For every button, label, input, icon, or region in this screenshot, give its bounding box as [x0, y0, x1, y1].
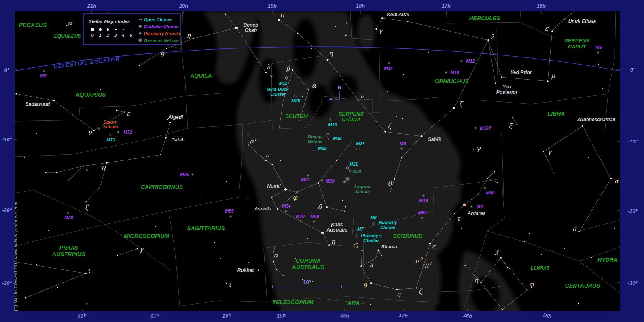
open-cluster-dot	[314, 151, 314, 152]
star	[501, 76, 502, 78]
star	[350, 186, 350, 187]
greek-letter-label: ι	[85, 165, 88, 173]
open-cluster-dot	[296, 95, 297, 96]
star	[582, 125, 583, 127]
star	[588, 157, 589, 158]
greek-letter-label: χ	[494, 247, 500, 255]
figure-line	[117, 249, 137, 255]
star	[497, 182, 498, 183]
constellation-label: HERCULES	[469, 15, 500, 21]
magnitude-number: 2	[104, 33, 112, 38]
greek-letter-label: ζ	[459, 100, 464, 108]
messier-label-M55: M55	[225, 208, 234, 213]
star	[66, 25, 68, 26]
star	[461, 228, 462, 229]
ra-label-bottom: 22h	[77, 311, 87, 320]
messier-label-M26: M26	[291, 98, 300, 103]
figure-line	[422, 40, 488, 136]
open-cluster-dot	[294, 97, 295, 97]
star	[53, 100, 55, 101]
star	[68, 181, 68, 181]
legend-item-open: Open Cluster	[137, 16, 180, 23]
greek-letter-label: α	[312, 82, 317, 89]
star	[345, 206, 346, 208]
star	[271, 197, 272, 198]
star	[524, 241, 525, 242]
messier-label-M19: M19	[419, 198, 428, 203]
star	[160, 154, 161, 155]
dark-rift	[459, 220, 475, 240]
star	[248, 197, 248, 198]
dso-note-label: Omega	[307, 134, 322, 139]
star	[123, 111, 125, 113]
star-name-label: Unuk Elhaia	[568, 19, 596, 24]
boundary-line	[181, 11, 183, 49]
greek-letter-label: ι	[229, 281, 231, 288]
boundary-line	[605, 94, 608, 133]
messier-label-M30: M30	[64, 215, 73, 220]
star	[495, 83, 496, 84]
star	[308, 89, 309, 90]
constellation-label: TELESCOPIUM	[272, 299, 313, 305]
ra-label-bottom: 15h	[542, 311, 552, 320]
magnitude-number: 1	[96, 33, 104, 38]
star-name-label: Sadalsuud	[25, 101, 50, 107]
messier-label-M12: M12	[466, 59, 475, 63]
greek-letter-label: γ	[378, 27, 383, 35]
globular-marker-M80	[483, 187, 487, 190]
star	[280, 160, 281, 161]
open-cluster-dot	[359, 149, 360, 150]
star	[318, 182, 319, 184]
open-cluster-dot	[359, 148, 360, 149]
greek-letter-label: λ	[266, 63, 270, 71]
greek-letter-label: ι	[88, 267, 90, 274]
star	[564, 19, 565, 20]
legend-item-gaseous: Gaseous Nebula	[137, 37, 180, 44]
greek-letter-label: μ	[551, 72, 555, 80]
open-cluster-dot	[112, 133, 112, 134]
sky-map-svg: M2M72M30M75M55M54M70M69M22M28M19M62M14M1…	[15, 11, 620, 311]
star	[352, 141, 352, 142]
star-name-label: Kaus	[331, 222, 343, 227]
constellation-label: AQUARIUS	[75, 91, 106, 98]
messier-label-M25: M25	[318, 146, 327, 151]
ra-label-bottom: 17h	[398, 312, 408, 319]
ra-label-bottom: 20h	[222, 312, 232, 319]
dark-rift	[462, 186, 477, 202]
constellation-label: CORONA	[296, 257, 321, 264]
globular-marker-M2	[42, 69, 46, 73]
star	[225, 14, 226, 15]
open-cluster-dot	[356, 234, 357, 235]
open-cluster-dot	[374, 223, 375, 223]
dso-note-label: Cluster	[380, 225, 396, 230]
star	[283, 275, 284, 276]
dso-note-label: M20	[352, 169, 361, 174]
greek-letter-label: ξ	[509, 122, 513, 130]
open-cluster-dot	[331, 119, 332, 120]
milky-way-region	[357, 14, 375, 51]
constellation-label: SCORPIUS	[393, 233, 423, 239]
star	[202, 194, 203, 194]
star	[344, 211, 345, 212]
star	[578, 303, 579, 304]
boundary-line	[487, 231, 579, 261]
dso-note-label: Ptolemy's	[361, 233, 382, 238]
globular-marker-M62	[420, 216, 424, 219]
open-cluster-dot	[374, 224, 375, 225]
star-name-label: Australis	[326, 227, 347, 233]
messier-label-M6: M6	[370, 215, 377, 220]
dec-label-right: -30°	[628, 280, 638, 286]
magnitude-dot-2	[107, 28, 109, 30]
boundary-line	[608, 11, 616, 94]
star	[421, 135, 423, 137]
open-cluster-dot	[328, 138, 329, 139]
star	[226, 283, 227, 284]
star	[473, 149, 475, 150]
open-cluster-dot	[110, 134, 111, 135]
magnitude-dot-5	[131, 29, 131, 30]
greek-letter-label: ζ	[85, 204, 89, 211]
messier-label-M70: M70	[296, 214, 305, 219]
star	[16, 93, 17, 95]
greek-letter-label: τ	[457, 215, 461, 222]
dec-label-left: -30°	[2, 280, 12, 286]
